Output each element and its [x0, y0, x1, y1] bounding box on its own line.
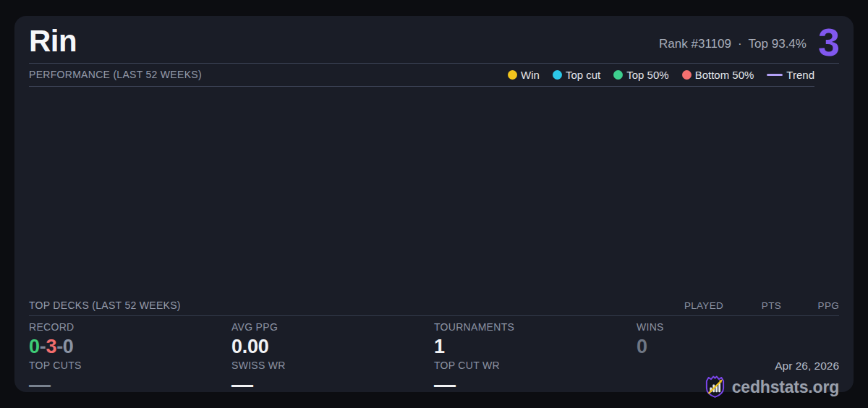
top-decks-section-header: TOP DECKS (LAST 52 WEEKS) PLAYED PTS PPG	[29, 295, 839, 316]
performance-title: PERFORMANCE (LAST 52 WEEKS)	[29, 69, 202, 80]
column-header-played: PLAYED	[665, 300, 723, 311]
performance-chart-area	[29, 87, 839, 295]
performance-section-header: PERFORMANCE (LAST 52 WEEKS) Win Top cut …	[29, 64, 814, 87]
card-date: Apr 26, 2026	[775, 360, 839, 372]
top-decks-title: TOP DECKS (LAST 52 WEEKS)	[29, 300, 181, 311]
record-losses: 3	[46, 336, 56, 357]
tournaments-label: TOURNAMENTS	[434, 322, 637, 333]
record-value: 0-3-0	[29, 336, 231, 357]
stat-avg-ppg: AVG PPG 0.00	[231, 316, 434, 357]
column-header-pts: PTS	[723, 300, 781, 311]
wins-value: 0	[637, 336, 839, 357]
legend-item-top50: Top 50%	[613, 69, 668, 81]
record-wins: 0	[29, 336, 40, 357]
legend-item-win: Win	[508, 69, 540, 81]
win-dot-icon	[508, 70, 517, 80]
stat-tournaments: TOURNAMENTS 1	[434, 316, 637, 357]
trend-line-icon	[767, 74, 783, 76]
record-sep-2: -	[56, 336, 63, 357]
tournaments-value: 1	[434, 336, 637, 357]
stat-top-cuts: TOP CUTS —	[29, 357, 231, 399]
top-decks-columns: PLAYED PTS PPG	[665, 300, 839, 311]
legend-item-trend: Trend	[767, 69, 814, 81]
top-cuts-label: TOP CUTS	[29, 360, 231, 371]
page-title: Rin	[29, 25, 77, 57]
legend-item-topcut: Top cut	[553, 69, 600, 81]
avg-ppg-value: 0.00	[231, 336, 434, 357]
stat-swiss-wr: SWISS WR —	[231, 357, 434, 399]
topcut-dot-icon	[553, 70, 562, 80]
legend-label-trend: Trend	[786, 69, 814, 81]
legend-label-top50: Top 50%	[626, 69, 668, 81]
legend-item-bottom50: Bottom 50%	[682, 69, 754, 81]
top50-dot-icon	[613, 70, 623, 80]
column-header-ppg: PPG	[781, 300, 839, 311]
avg-ppg-label: AVG PPG	[231, 322, 434, 333]
bottom50-dot-icon	[682, 70, 692, 80]
swiss-wr-label: SWISS WR	[231, 360, 434, 371]
stat-top-cut-wr: TOP CUT WR —	[434, 357, 637, 399]
record-draws: 0	[63, 336, 74, 357]
record-label: RECORD	[29, 322, 231, 333]
brand-text: cedhstats.org	[732, 376, 839, 398]
top-percent-value: Top 93.4%	[749, 37, 807, 51]
stats-grid: RECORD 0-3-0 AVG PPG 0.00 TOURNAMENTS 1 …	[29, 316, 839, 399]
rank-separator: ·	[738, 37, 742, 51]
rank-text: Rank #31109·Top 93.4%	[659, 37, 807, 51]
stat-record: RECORD 0-3-0	[29, 316, 231, 357]
wins-label: WINS	[637, 322, 839, 333]
top-cut-wr-value: —	[434, 374, 637, 396]
stat-wins: WINS 0	[637, 316, 839, 357]
top-cuts-value: —	[29, 374, 231, 396]
cedhstats-logo-icon	[704, 375, 726, 399]
card-footer: Apr 26, 2026 cedhstats.org	[637, 357, 839, 399]
brand-link[interactable]: cedhstats.org	[704, 375, 839, 399]
legend-label-topcut: Top cut	[566, 69, 600, 81]
rank-value: Rank #31109	[659, 37, 731, 51]
player-stats-card: Rin Rank #31109·Top 93.4% 3 PERFORMANCE …	[14, 16, 854, 392]
points-badge: 3	[818, 25, 839, 59]
legend-label-win: Win	[521, 69, 540, 81]
swiss-wr-value: —	[231, 374, 434, 396]
top-cut-wr-label: TOP CUT WR	[434, 360, 637, 371]
legend-label-bottom50: Bottom 50%	[695, 69, 754, 81]
card-header: Rin Rank #31109·Top 93.4% 3	[29, 16, 839, 64]
header-right: Rank #31109·Top 93.4% 3	[659, 25, 839, 59]
chart-legend: Win Top cut Top 50% Bottom 50% Trend	[508, 69, 814, 81]
